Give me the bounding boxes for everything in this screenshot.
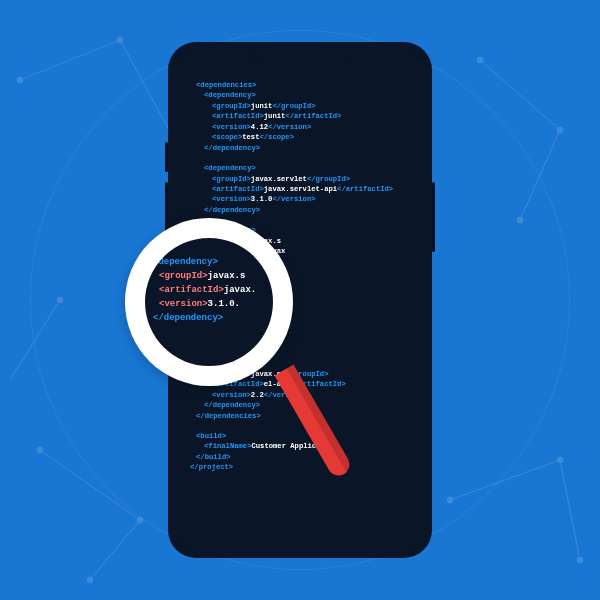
tag: </artifactId> — [285, 112, 341, 120]
svg-point-15 — [477, 57, 483, 63]
svg-point-9 — [17, 77, 23, 83]
tag: <artifactId> — [212, 112, 264, 120]
tag: </groupId> — [307, 175, 350, 183]
tag: </groupId> — [272, 102, 315, 110]
tag: </project> — [190, 463, 233, 471]
val: javax. — [224, 285, 256, 295]
tag: <groupId> — [212, 175, 251, 183]
val: 2.2 — [251, 391, 264, 399]
tag: <version> — [212, 123, 251, 131]
val: junit — [251, 102, 273, 110]
magnifier-lens-content: <dependency> <groupId>javax.s <artifactI… — [145, 238, 273, 366]
tag: <groupId> — [212, 102, 251, 110]
magnifier-lens-frame: <dependency> <groupId>javax.s <artifactI… — [125, 218, 293, 386]
tag: </dependencies> — [196, 412, 261, 420]
val: 3.1.0. — [208, 299, 240, 309]
tag: <dependencies> — [196, 81, 256, 89]
svg-line-0 — [20, 40, 120, 80]
magnifier-icon: <dependency> <groupId>javax.s <artifactI… — [125, 218, 293, 386]
val: 4.12 — [251, 123, 268, 131]
tag: <artifactId> — [159, 285, 224, 295]
tag: </version> — [272, 195, 315, 203]
tag: </build> — [196, 453, 231, 461]
tag: </dependency> — [204, 206, 260, 214]
val: javax.s — [208, 271, 246, 281]
tag: <dependency> — [153, 257, 218, 267]
tag: <version> — [212, 195, 251, 203]
val: 3.1.0 — [251, 195, 273, 203]
phone-button-left-1 — [165, 142, 168, 172]
tag: <scope> — [212, 133, 242, 141]
svg-point-10 — [117, 37, 123, 43]
val: test — [242, 133, 259, 141]
svg-point-16 — [557, 127, 563, 133]
phone-button-right — [432, 182, 435, 252]
svg-line-7 — [560, 460, 580, 560]
svg-point-19 — [557, 457, 563, 463]
tag: <artifactId> — [212, 185, 264, 193]
tag: </artifactId> — [337, 185, 393, 193]
phone-notch — [250, 48, 350, 62]
tag: <version> — [159, 299, 208, 309]
tag: </version> — [268, 123, 311, 131]
tag: <dependency> — [204, 164, 256, 172]
tag: </dependency> — [153, 313, 223, 323]
tag: <finalName> — [204, 442, 251, 450]
tag: </dependency> — [204, 401, 260, 409]
tag: <dependency> — [204, 91, 256, 99]
svg-point-12 — [37, 447, 43, 453]
val: javax.servlet-api — [264, 185, 337, 193]
tag: </dependency> — [204, 144, 260, 152]
tag: <build> — [196, 432, 226, 440]
val: javax.servlet — [251, 175, 307, 183]
svg-point-14 — [87, 577, 93, 583]
tag: <groupId> — [159, 271, 208, 281]
val: junit — [264, 112, 286, 120]
tag: </scope> — [259, 133, 294, 141]
svg-point-20 — [577, 557, 583, 563]
tag: <version> — [212, 391, 251, 399]
svg-line-3 — [90, 520, 140, 580]
